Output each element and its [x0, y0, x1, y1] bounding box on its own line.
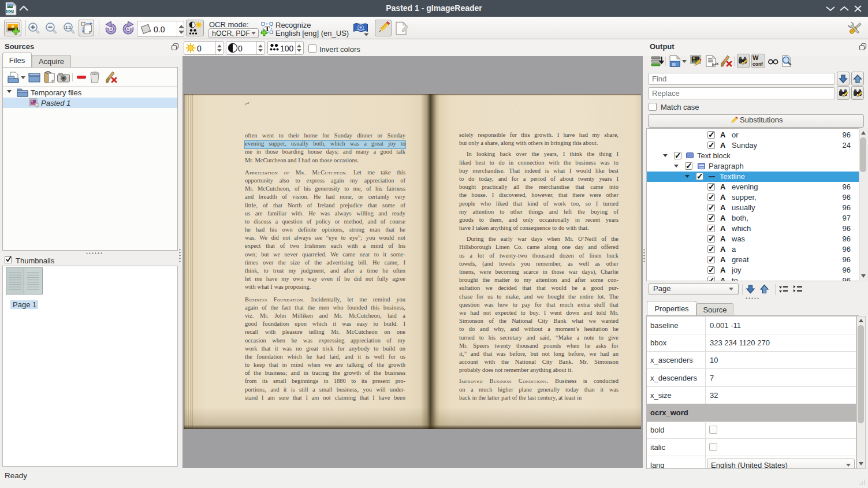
- svg-text:OCR: OCR: [6, 10, 13, 13]
- svg-text:T: T: [265, 24, 270, 33]
- svg-text:1:1: 1:1: [65, 25, 71, 29]
